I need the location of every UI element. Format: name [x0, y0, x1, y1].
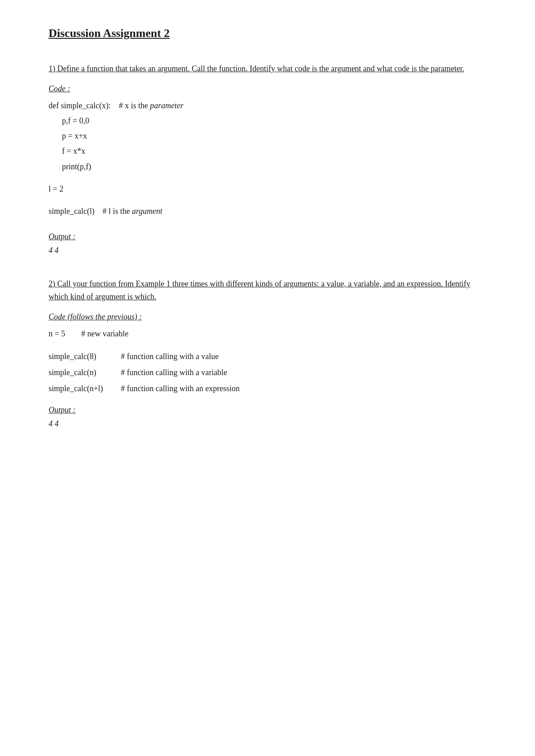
code-line-4: f = x*x — [62, 143, 486, 159]
question-1-code-block: def simple_calc(x): # x is the parameter… — [49, 98, 486, 174]
question-2-var-line: n = 5 # new variable — [49, 326, 486, 341]
question-2-output-section: Output : 4 4 — [49, 405, 486, 429]
question-2-calls-table: simple_calc(8) # function calling with a… — [49, 348, 240, 396]
var-line-1: l = 2 — [49, 181, 486, 196]
question-1-output-section: Output : 4 4 — [49, 232, 486, 255]
question-2-block: 2) Call your function from Example 1 thr… — [49, 278, 486, 429]
question-1-output-value: 4 4 — [49, 246, 486, 255]
question-2-output-value: 4 4 — [49, 419, 486, 429]
call-comment-2: # function calling with a variable — [121, 364, 239, 380]
call-code-1: simple_calc(8) — [49, 348, 121, 364]
question-2-code-block: n = 5 # new variable — [49, 326, 486, 341]
table-row: simple_calc(8) # function calling with a… — [49, 348, 240, 364]
question-1-output-label: Output : — [49, 232, 486, 241]
call-comment-3: # function calling with an expression — [121, 380, 239, 396]
code-line-1: def simple_calc(x): # x is the parameter — [49, 98, 486, 113]
call-code-2: simple_calc(n) — [49, 364, 121, 380]
question-2-heading: 2) Call your function from Example 1 thr… — [49, 278, 486, 303]
code-line-3: p = x+x — [62, 128, 486, 143]
question-2-code-label: Code (follows the previous) : — [49, 312, 486, 322]
question-1-block: 1) Define a function that takes an argum… — [49, 62, 486, 255]
question-2-output-label: Output : — [49, 405, 486, 415]
code-line-5: print(p,f) — [62, 159, 486, 174]
question-1-code-label: Code : — [49, 84, 486, 94]
call-code-3: simple_calc(n+l) — [49, 380, 121, 396]
call-line-1: simple_calc(l) # l is the argument — [49, 207, 162, 216]
code-line-2: p,f = 0,0 — [62, 113, 486, 128]
call-comment-1: # function calling with a value — [121, 348, 239, 364]
page-title: Discussion Assignment 2 — [49, 27, 486, 40]
table-row: simple_calc(n) # function calling with a… — [49, 364, 240, 380]
table-row: simple_calc(n+l) # function calling with… — [49, 380, 240, 396]
question-1-heading: 1) Define a function that takes an argum… — [49, 62, 486, 75]
